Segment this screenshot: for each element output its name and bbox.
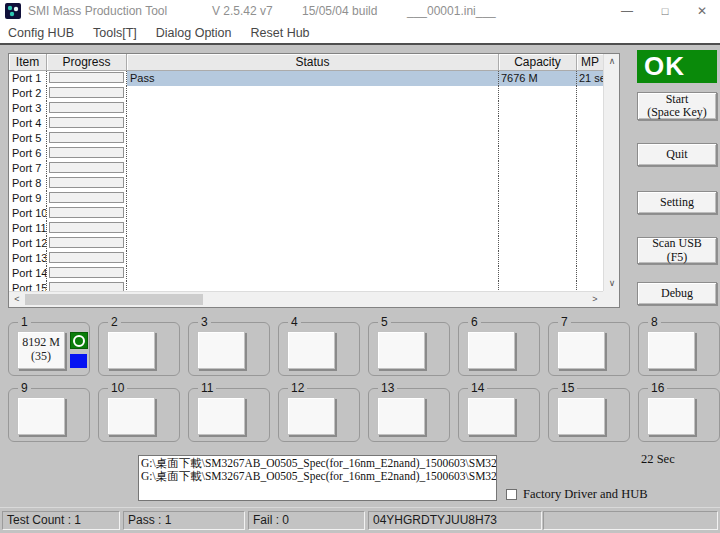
factory-driver-checkbox[interactable]: Factory Driver and HUB: [506, 487, 648, 502]
scroll-down-icon[interactable]: ∨: [604, 276, 620, 291]
maximize-button[interactable]: □: [650, 0, 680, 22]
slot-device-box[interactable]: [647, 331, 695, 369]
setting-button[interactable]: Setting: [637, 191, 717, 214]
port-label: Port 4: [9, 116, 47, 131]
close-button[interactable]: ✕: [686, 0, 718, 22]
slot-device-box[interactable]: [17, 397, 65, 435]
progress-cell: [47, 71, 127, 86]
slot-device-box[interactable]: [647, 397, 695, 435]
slot-count: (35): [18, 350, 64, 364]
table-row[interactable]: Port 6: [9, 146, 603, 161]
column-header-mp[interactable]: MP: [577, 54, 603, 71]
log-path-box[interactable]: G:\桌面下載\SM3267AB_O0505_Spec(for_16nm_E2n…: [138, 455, 497, 501]
capacity-cell: [499, 191, 577, 206]
table-row[interactable]: Port 3: [9, 101, 603, 116]
slot-device-box[interactable]: [377, 397, 425, 435]
menu-item-config-hub[interactable]: Config HUB: [8, 26, 74, 40]
table-row[interactable]: Port 7: [9, 161, 603, 176]
capacity-cell: [499, 251, 577, 266]
status-cell: [127, 251, 499, 266]
port-label: Port 6: [9, 146, 47, 161]
quit-button[interactable]: Quit: [637, 143, 717, 166]
column-header-item[interactable]: Item: [9, 54, 47, 71]
slot-device-box[interactable]: [197, 397, 245, 435]
slot-device-box[interactable]: [107, 331, 155, 369]
slot-device-box[interactable]: [287, 397, 335, 435]
capacity-cell: [499, 206, 577, 221]
slot-device-box[interactable]: [467, 331, 515, 369]
port-label: Port 9: [9, 191, 47, 206]
menu-bar: Config HUBTools[T]Dialog OptionReset Hub: [0, 22, 720, 45]
progress-cell: [47, 266, 127, 281]
column-header-capacity[interactable]: Capacity: [499, 54, 577, 71]
minimize-button[interactable]: —: [612, 0, 642, 22]
scrollbar-corner: [603, 291, 619, 307]
debug-button-label: Debug: [661, 287, 693, 300]
slot-device-box[interactable]: [107, 397, 155, 435]
scroll-up-icon[interactable]: ∧: [604, 54, 620, 69]
mp-cell: [577, 251, 603, 266]
progress-cell: [47, 116, 127, 131]
mp-cell: [577, 176, 603, 191]
column-header-status[interactable]: Status: [127, 54, 499, 71]
status-cell: [127, 146, 499, 161]
progress-bar: [49, 177, 124, 188]
slot-number: 11: [198, 381, 216, 395]
checkbox-box-icon[interactable]: [506, 489, 517, 500]
mp-cell: [577, 236, 603, 251]
progress-cell: [47, 146, 127, 161]
port-table-body: Port 1Pass7676 M21 secPort 2Port 3Port 4…: [9, 71, 603, 291]
progress-bar: [49, 147, 124, 158]
slot-device-box[interactable]: [557, 397, 605, 435]
table-row[interactable]: Port 13: [9, 251, 603, 266]
port-label: Port 15: [9, 281, 47, 291]
debug-button[interactable]: Debug: [637, 282, 717, 305]
scroll-right-icon[interactable]: >: [587, 292, 603, 307]
blue-status-indicator: [70, 354, 87, 368]
slot-device-box[interactable]: [197, 331, 245, 369]
vertical-scrollbar[interactable]: ∧ ∨: [603, 54, 619, 291]
table-row[interactable]: Port 5: [9, 131, 603, 146]
progress-cell: [47, 191, 127, 206]
table-row[interactable]: Port 14: [9, 266, 603, 281]
horizontal-scroll-thumb[interactable]: [25, 294, 203, 305]
menu-item-tools-t-[interactable]: Tools[T]: [93, 26, 137, 40]
slot-device-box[interactable]: [557, 331, 605, 369]
port-label: Port 13: [9, 251, 47, 266]
app-icon: [5, 3, 21, 19]
status-cell: Pass: [127, 71, 499, 86]
slot-number: 1: [18, 315, 31, 329]
scroll-left-icon[interactable]: <: [9, 292, 25, 307]
capacity-cell: 7676 M: [499, 71, 577, 86]
table-row[interactable]: Port 15: [9, 281, 603, 291]
table-row[interactable]: Port 12: [9, 236, 603, 251]
horizontal-scrollbar[interactable]: < >: [9, 291, 603, 307]
slot-device-box[interactable]: 8192 M(35): [17, 331, 65, 369]
column-header-progress[interactable]: Progress: [47, 54, 127, 71]
menu-item-dialog-option[interactable]: Dialog Option: [156, 26, 232, 40]
scan-usb-button[interactable]: Scan USB (F5): [637, 237, 717, 264]
mp-cell: 21 sec: [577, 71, 603, 86]
slot-12: 12: [278, 388, 360, 442]
table-row[interactable]: Port 11: [9, 221, 603, 236]
table-row[interactable]: Port 10: [9, 206, 603, 221]
progress-cell: [47, 206, 127, 221]
slot-device-box[interactable]: [287, 331, 335, 369]
start-button[interactable]: Start (Space Key): [637, 92, 717, 120]
slot-device-box[interactable]: [467, 397, 515, 435]
elapsed-time-label: 22 Sec: [641, 452, 675, 467]
progress-cell: [47, 251, 127, 266]
checkbox-label: Factory Driver and HUB: [523, 487, 648, 502]
slot-13: 13: [368, 388, 450, 442]
port-label: Port 12: [9, 236, 47, 251]
table-row[interactable]: Port 2: [9, 86, 603, 101]
table-row[interactable]: Port 9: [9, 191, 603, 206]
table-row[interactable]: Port 4: [9, 116, 603, 131]
status-cell: [127, 206, 499, 221]
progress-bar: [49, 207, 124, 218]
slot-device-box[interactable]: [377, 331, 425, 369]
table-row[interactable]: Port 8: [9, 176, 603, 191]
slot-number: 4: [288, 315, 301, 329]
menu-item-reset-hub[interactable]: Reset Hub: [251, 26, 310, 40]
table-row[interactable]: Port 1Pass7676 M21 sec: [9, 71, 603, 86]
